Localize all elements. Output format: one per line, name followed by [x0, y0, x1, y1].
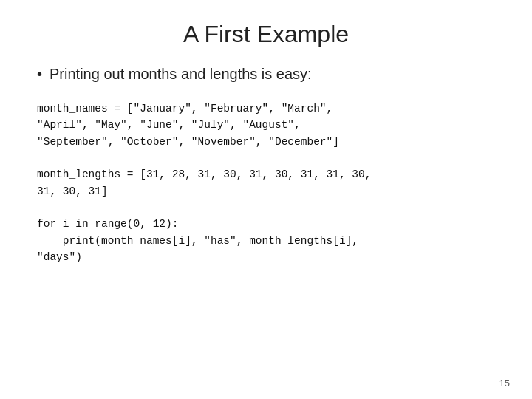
slide-title: A First Example: [30, 21, 502, 48]
code-block-2: month_lengths = [31, 28, 31, 30, 31, 30,…: [30, 166, 502, 200]
bullet-dot: •: [37, 66, 42, 83]
code-block-3: for i in range(0, 12): print(month_names…: [30, 216, 502, 265]
bullet-text: Printing out months and lengths is easy:: [50, 66, 312, 83]
page-number: 15: [499, 378, 510, 389]
bullet-point: • Printing out months and lengths is eas…: [30, 66, 502, 83]
code-block-1: month_names = ["January", "February", "M…: [30, 100, 502, 150]
slide-container: A First Example • Printing out months an…: [0, 0, 532, 399]
